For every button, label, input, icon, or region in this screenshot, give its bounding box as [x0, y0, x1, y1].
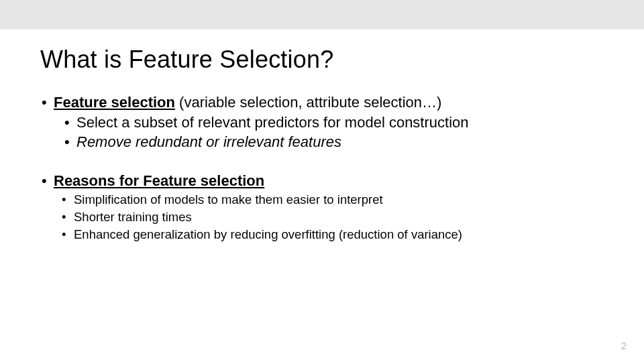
- bullet-text: Select a subset of relevant predictors f…: [76, 113, 469, 133]
- bullet-text: Reasons for Feature selection: [54, 171, 264, 191]
- bullet-reasons: • Reasons for Feature selection: [42, 171, 610, 191]
- bullet-text: Remove redundant or irrelevant features: [76, 132, 341, 152]
- page-number: 2: [621, 340, 627, 351]
- slide-body: • Feature selection (variable selection,…: [42, 93, 610, 243]
- sub-bullet-remove-redundant: • Remove redundant or irrelevant feature…: [64, 132, 610, 152]
- term-rest: (variable selection, attribute selection…: [175, 94, 441, 111]
- bullet-text: Enhanced generalization by reducing over…: [74, 226, 462, 243]
- bullet-icon: •: [42, 171, 54, 191]
- slide-title: What is Feature Selection?: [40, 46, 644, 74]
- bullet-icon: •: [42, 93, 54, 113]
- bullet-icon: •: [62, 208, 74, 226]
- sub-bullet-generalization: • Enhanced generalization by reducing ov…: [62, 226, 610, 243]
- bullet-text: Feature selection (variable selection, a…: [54, 93, 441, 113]
- bullet-icon: •: [64, 113, 76, 133]
- bullet-icon: •: [64, 132, 76, 152]
- sub-bullet-select-subset: • Select a subset of relevant predictors…: [64, 113, 610, 133]
- bullet-feature-selection: • Feature selection (variable selection,…: [42, 93, 610, 113]
- bullet-icon: •: [62, 191, 74, 208]
- bullet-icon: •: [62, 226, 74, 243]
- sub-bullet-simplification: • Simplification of models to make them …: [62, 191, 610, 208]
- header-band: [0, 0, 644, 29]
- sub-bullet-shorter-training: • Shorter training times: [62, 208, 610, 226]
- term-feature-selection: Feature selection: [54, 94, 175, 111]
- bullet-text: Shorter training times: [74, 208, 192, 226]
- bullet-text: Simplification of models to make them ea…: [74, 191, 383, 208]
